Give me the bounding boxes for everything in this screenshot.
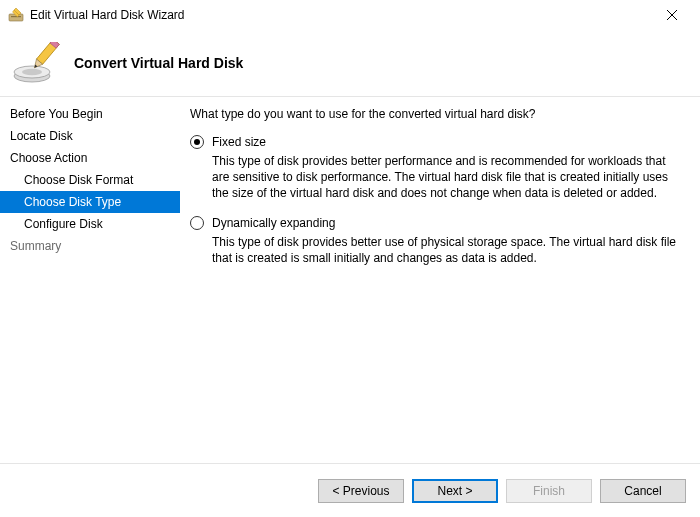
close-icon — [667, 10, 677, 20]
content-question: What type do you want to use for the con… — [190, 107, 682, 121]
radio-fixed-size[interactable] — [190, 135, 204, 149]
option-dynamic-desc: This type of disk provides better use of… — [212, 234, 682, 266]
option-fixed-size: Fixed size This type of disk provides be… — [190, 135, 682, 202]
previous-button[interactable]: < Previous — [318, 479, 404, 503]
sidebar-item-configure-disk[interactable]: Configure Disk — [0, 213, 180, 235]
wizard-content: What type do you want to use for the con… — [180, 97, 700, 463]
option-dynamic-row[interactable]: Dynamically expanding — [190, 216, 682, 230]
option-fixed-size-row[interactable]: Fixed size — [190, 135, 682, 149]
app-icon — [8, 7, 24, 23]
next-button[interactable]: Next > — [412, 479, 498, 503]
wizard-window: Edit Virtual Hard Disk Wizard Conv — [0, 0, 700, 517]
svg-point-6 — [22, 69, 42, 75]
sidebar-item-summary[interactable]: Summary — [0, 235, 180, 257]
wizard-body: Before You Begin Locate Disk Choose Acti… — [0, 97, 700, 463]
page-title: Convert Virtual Hard Disk — [74, 55, 243, 71]
sidebar-item-choose-disk-type[interactable]: Choose Disk Type — [0, 191, 180, 213]
wizard-header: Convert Virtual Hard Disk — [0, 30, 700, 96]
svg-rect-1 — [11, 16, 21, 17]
sidebar-item-choose-disk-format[interactable]: Choose Disk Format — [0, 169, 180, 191]
sidebar-item-locate-disk[interactable]: Locate Disk — [0, 125, 180, 147]
close-button[interactable] — [652, 7, 692, 23]
option-fixed-size-label: Fixed size — [212, 135, 266, 149]
option-dynamic-label: Dynamically expanding — [212, 216, 335, 230]
wizard-footer: < Previous Next > Finish Cancel — [0, 463, 700, 517]
titlebar: Edit Virtual Hard Disk Wizard — [0, 0, 700, 30]
finish-button: Finish — [506, 479, 592, 503]
option-dynamically-expanding: Dynamically expanding This type of disk … — [190, 216, 682, 266]
wizard-steps-sidebar: Before You Begin Locate Disk Choose Acti… — [0, 97, 180, 463]
hard-disk-pencil-icon — [12, 42, 62, 84]
cancel-button[interactable]: Cancel — [600, 479, 686, 503]
option-fixed-size-desc: This type of disk provides better perfor… — [212, 153, 682, 202]
sidebar-item-before-you-begin[interactable]: Before You Begin — [0, 103, 180, 125]
window-title: Edit Virtual Hard Disk Wizard — [30, 8, 652, 22]
sidebar-item-choose-action[interactable]: Choose Action — [0, 147, 180, 169]
radio-dynamically-expanding[interactable] — [190, 216, 204, 230]
